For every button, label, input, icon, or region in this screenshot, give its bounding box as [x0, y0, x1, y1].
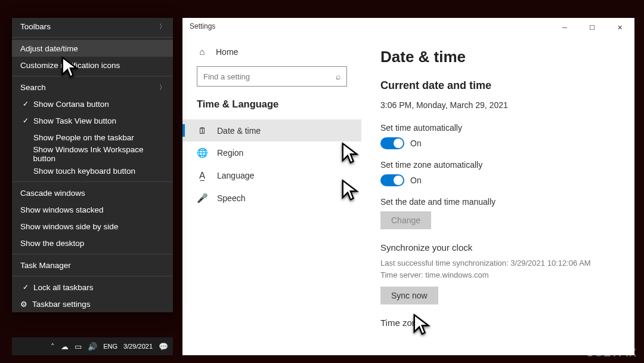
- menu-label: Task Manager: [20, 261, 71, 270]
- menu-stacked[interactable]: Show windows stacked: [12, 201, 173, 218]
- sync-last: Last successful time synchronization: 3/…: [380, 257, 628, 269]
- nav-region[interactable]: 🌐Region: [182, 141, 361, 164]
- chevron-right-icon: 〉: [159, 22, 166, 31]
- microphone-icon: 🎤: [197, 193, 208, 204]
- category-heading: Time & Language: [182, 93, 361, 119]
- taskbar-date: 3/29/2021: [123, 343, 153, 350]
- gear-icon: ⚙: [20, 300, 27, 309]
- taskbar: ˄ ☁ ▭ 🔊 ENG 3/29/2021 💬: [12, 337, 173, 355]
- menu-taskbar-settings[interactable]: ⚙Taskbar settings: [12, 296, 173, 312]
- menu-taskview[interactable]: ✓Show Task View button: [12, 112, 173, 129]
- cursor-icon: [411, 313, 434, 339]
- menu-label: Show Windows Ink Workspace button: [33, 145, 165, 163]
- check-icon: ✓: [20, 283, 31, 291]
- taskbar-language[interactable]: ENG: [103, 343, 117, 350]
- close-button[interactable]: ✕: [606, 18, 633, 37]
- menu-label: Taskbar settings: [32, 300, 91, 309]
- maximize-button[interactable]: ☐: [578, 18, 606, 37]
- check-icon: ✓: [20, 116, 31, 125]
- menu-ink[interactable]: Show Windows Ink Workspace button: [12, 146, 173, 162]
- settings-content: Date & time Current date and time 3:06 P…: [361, 37, 634, 355]
- home-label: Home: [216, 47, 238, 57]
- menu-label: Toolbars: [20, 22, 51, 31]
- toggle-set-time-auto[interactable]: [380, 137, 404, 149]
- nav-label: Region: [217, 148, 243, 158]
- settings-window: Settings ─ ☐ ✕ ⌂ Home Find a setting ⌕ T…: [182, 18, 634, 355]
- subheading-current: Current date and time: [380, 79, 628, 92]
- check-icon: ✓: [20, 100, 31, 108]
- notifications-icon[interactable]: 💬: [159, 342, 168, 351]
- label-sync-clock: Synchronize your clock: [380, 242, 628, 253]
- chevron-up-icon[interactable]: ˄: [51, 342, 55, 351]
- menu-adjust-date-time[interactable]: Adjust date/time: [12, 40, 173, 57]
- label-set-time-auto: Set time automatically: [380, 123, 628, 133]
- network-icon[interactable]: ▭: [75, 342, 82, 351]
- calendar-icon: 🗓: [197, 125, 208, 136]
- change-button[interactable]: Change: [380, 211, 431, 229]
- chevron-right-icon: 〉: [159, 83, 166, 92]
- home-icon: ⌂: [197, 47, 208, 57]
- separator: [12, 76, 173, 76]
- separator: [12, 37, 173, 38]
- volume-icon[interactable]: 🔊: [88, 342, 97, 351]
- menu-label: Show People on the taskbar: [33, 133, 134, 142]
- menu-cortana[interactable]: ✓Show Cortana button: [12, 96, 173, 112]
- titlebar: Settings ─ ☐ ✕: [182, 18, 634, 37]
- cursor-icon: [340, 179, 363, 204]
- nav-date-time[interactable]: 🗓Date & time: [182, 119, 361, 141]
- menu-task-manager[interactable]: Task Manager: [12, 257, 173, 273]
- nav-speech[interactable]: 🎤Speech: [182, 187, 361, 210]
- search-placeholder: Find a setting: [203, 72, 250, 81]
- menu-label: Adjust date/time: [20, 44, 78, 53]
- menu-label: Show Cortana button: [33, 100, 109, 109]
- toggle-state: On: [410, 176, 422, 185]
- menu-label: Show windows stacked: [20, 205, 104, 214]
- minimize-button[interactable]: ─: [551, 18, 578, 37]
- taskbar-context-menu: Toolbars〉 Adjust date/time Customize not…: [12, 18, 173, 312]
- menu-label: Show Task View button: [33, 116, 116, 125]
- current-datetime: 3:06 PM, Monday, March 29, 2021: [380, 100, 628, 110]
- window-title: Settings: [190, 22, 215, 30]
- menu-label: Cascade windows: [20, 189, 85, 198]
- menu-lock-taskbars[interactable]: ✓Lock all taskbars: [12, 279, 173, 296]
- cursor-icon: [60, 56, 82, 81]
- sync-now-button[interactable]: Sync now: [380, 287, 438, 304]
- toggle-set-tz-auto[interactable]: [380, 174, 404, 186]
- search-input[interactable]: Find a setting ⌕: [197, 66, 347, 87]
- sync-info: Last successful time synchronization: 3/…: [380, 257, 628, 281]
- menu-label: Show touch keyboard button: [33, 167, 135, 176]
- menu-toolbars[interactable]: Toolbars〉: [12, 18, 173, 35]
- menu-desktop[interactable]: Show the desktop: [12, 235, 173, 251]
- separator: [12, 182, 173, 182]
- label-set-manual: Set the date and time manually: [380, 197, 628, 207]
- menu-label: Search: [20, 83, 46, 92]
- menu-sidebyside[interactable]: Show windows side by side: [12, 218, 173, 235]
- menu-touch-kb[interactable]: Show touch keyboard button: [12, 162, 173, 179]
- nav-label: Date & time: [217, 126, 261, 136]
- menu-cascade[interactable]: Cascade windows: [12, 184, 173, 201]
- page-heading: Date & time: [380, 48, 628, 66]
- label-set-tz-auto: Set time zone automatically: [380, 160, 628, 170]
- separator: [12, 254, 173, 254]
- menu-people[interactable]: Show People on the taskbar: [12, 129, 173, 146]
- taskbar-clock[interactable]: 3/29/2021: [123, 343, 153, 350]
- language-icon: A̲: [197, 170, 208, 181]
- settings-sidebar: ⌂ Home Find a setting ⌕ Time & Language …: [182, 37, 361, 355]
- menu-customize-icons[interactable]: Customize notification icons: [12, 57, 173, 73]
- search-icon: ⌕: [336, 72, 340, 81]
- menu-label: Show windows side by side: [20, 222, 118, 231]
- cloud-icon[interactable]: ☁: [61, 342, 69, 351]
- separator: [12, 276, 173, 276]
- toggle-state: On: [410, 139, 422, 148]
- nav-label: Language: [217, 171, 254, 180]
- cursor-icon: [340, 142, 363, 167]
- home-link[interactable]: ⌂ Home: [182, 41, 361, 63]
- menu-search[interactable]: Search〉: [12, 79, 173, 96]
- sync-server: Time server: time.windows.com: [380, 269, 628, 281]
- menu-label: Show the desktop: [20, 239, 84, 248]
- nav-label: Speech: [217, 193, 245, 203]
- nav-language[interactable]: A̲Language: [182, 164, 361, 187]
- globe-icon: 🌐: [197, 147, 208, 158]
- menu-label: Lock all taskbars: [33, 283, 94, 292]
